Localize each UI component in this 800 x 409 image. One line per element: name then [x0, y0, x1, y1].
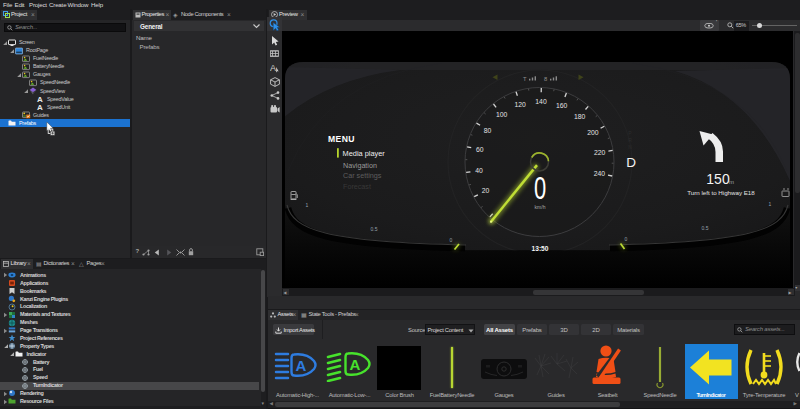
svg-text:0.5: 0.5 — [702, 225, 709, 231]
svg-text:13:50: 13:50 — [532, 245, 549, 252]
svg-text:80: 80 — [484, 127, 492, 134]
svg-text:R: R — [628, 137, 632, 143]
svg-text:Car settings: Car settings — [343, 171, 382, 180]
svg-text:A: A — [37, 95, 43, 103]
svg-text:160: 160 — [556, 102, 568, 109]
svg-text:20: 20 — [482, 187, 490, 194]
svg-text:0: 0 — [625, 236, 628, 242]
svg-text:140: 140 — [535, 98, 547, 105]
svg-text:A: A — [350, 356, 361, 373]
svg-text:A: A — [270, 63, 276, 73]
svg-text:240: 240 — [594, 170, 606, 177]
svg-text:m: m — [729, 179, 734, 185]
svg-text:1: 1 — [769, 201, 772, 207]
svg-text:Turn left to Highway E18: Turn left to Highway E18 — [687, 189, 755, 196]
svg-text:100: 100 — [496, 111, 508, 118]
svg-text:T: T — [523, 76, 527, 82]
svg-text:Forecast: Forecast — [343, 182, 371, 191]
svg-text:A: A — [37, 103, 43, 111]
svg-text:km/h: km/h — [535, 204, 546, 210]
svg-text:0: 0 — [534, 171, 546, 205]
svg-text:60: 60 — [476, 146, 484, 153]
svg-text:Navigation: Navigation — [343, 161, 377, 170]
svg-text:220: 220 — [594, 149, 606, 156]
svg-text:0.5: 0.5 — [371, 226, 378, 232]
svg-text:150: 150 — [706, 171, 730, 187]
svg-text:0: 0 — [450, 237, 453, 243]
svg-text:180: 180 — [574, 113, 586, 120]
svg-text:N: N — [628, 144, 632, 150]
svg-text:40: 40 — [475, 167, 483, 174]
svg-text:D: D — [626, 155, 636, 170]
svg-text:Media player: Media player — [343, 149, 386, 158]
svg-text:1: 1 — [306, 202, 309, 208]
svg-text:MENU: MENU — [328, 134, 355, 144]
svg-text:A: A — [296, 357, 307, 374]
svg-text:120: 120 — [514, 101, 526, 108]
svg-text:8: 8 — [544, 76, 547, 82]
svg-text:200: 200 — [587, 129, 599, 136]
